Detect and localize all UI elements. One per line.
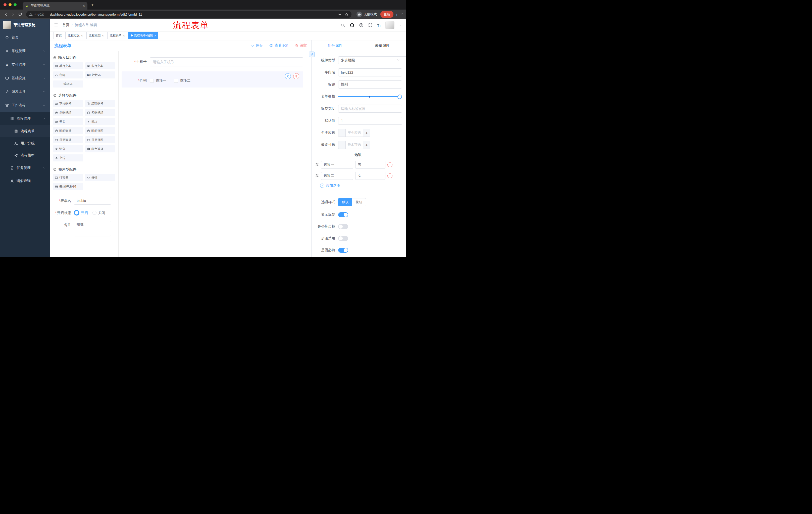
minus-button[interactable]: − [339, 141, 346, 148]
palette-item-select[interactable]: 下拉选择 [53, 100, 83, 107]
palette-item-time[interactable]: 时间选择 [53, 127, 83, 134]
plus-button[interactable]: + [363, 141, 370, 148]
clear-button[interactable]: 清空 [295, 43, 307, 48]
palette-item-date-range[interactable]: 日期范围 [85, 136, 115, 143]
palette-item-row-container[interactable]: 行容器 [53, 174, 83, 181]
required-switch[interactable] [338, 248, 348, 253]
close-icon[interactable]: × [154, 34, 156, 37]
maximize-window-button[interactable] [13, 3, 17, 6]
remove-option-icon[interactable]: − [387, 162, 393, 167]
palette-item-checkbox-group[interactable]: 多选框组 [85, 109, 115, 116]
search-icon[interactable] [341, 23, 345, 27]
palette-item-password[interactable]: 密码 [53, 72, 83, 78]
view-json-button[interactable]: 查看json [269, 43, 288, 48]
tag-process-model[interactable]: 流程模型 × [86, 32, 106, 39]
fullscreen-icon[interactable] [368, 23, 373, 27]
drag-handle-icon[interactable] [315, 162, 319, 167]
field-name-input[interactable] [338, 69, 402, 77]
palette-item-table[interactable]: 表格[开发中] [53, 183, 83, 190]
minus-button[interactable]: − [339, 129, 346, 137]
show-label-switch[interactable] [338, 212, 348, 217]
link-icon[interactable] [309, 52, 315, 57]
canvas-field-phone[interactable]: *手机号 [122, 55, 303, 69]
border-switch[interactable] [338, 224, 348, 229]
browser-tab[interactable]: 芋道管理系统 × [23, 2, 87, 9]
default-value-input[interactable] [338, 117, 402, 125]
close-window-button[interactable] [3, 3, 6, 6]
tag-home[interactable]: 首页 [54, 32, 64, 39]
breadcrumb-home[interactable]: 首页 [62, 23, 69, 27]
palette-item-upload[interactable]: 上传 [53, 154, 83, 161]
canvas-field-gender-selected[interactable]: *性别 选项一 选项二 [122, 72, 303, 87]
sidebar-item-leave-query[interactable]: 请假查询 [0, 174, 50, 188]
form-name-input[interactable] [74, 197, 111, 205]
caret-down-icon[interactable] [399, 24, 402, 27]
sidebar-item-payment[interactable]: ¥ 支付管理 [0, 58, 50, 72]
palette-item-time-range[interactable]: 时间范围 [85, 127, 115, 134]
min-select-value[interactable]: 至少应选 [346, 129, 363, 137]
font-size-icon[interactable]: TT [377, 23, 381, 27]
update-button[interactable]: 更新 [380, 11, 394, 18]
palette-item-counter[interactable]: 123计数器 [85, 72, 115, 78]
save-button[interactable]: 保存 [251, 43, 263, 48]
sidebar-item-user-group[interactable]: 用户分组 [0, 137, 50, 150]
add-option-button[interactable]: + 添加选项 [320, 183, 402, 188]
remove-option-icon[interactable]: − [387, 173, 393, 178]
form-remark-textarea[interactable]: 嘿嘿 [74, 221, 111, 236]
status-off-radio[interactable]: 关闭 [92, 209, 105, 217]
style-default-button[interactable]: 默认 [338, 198, 352, 206]
option1-name-input[interactable] [321, 161, 353, 169]
sidebar-item-workflow[interactable]: 工作流程 [0, 99, 50, 112]
label-width-input[interactable] [338, 105, 402, 113]
palette-item-cascade[interactable]: 级联选择 [85, 100, 115, 107]
browser-menu-icon[interactable]: ⋮ [395, 12, 399, 17]
tag-process-definition[interactable]: 流程定义 × [65, 32, 85, 39]
delete-field-button[interactable] [293, 73, 299, 79]
help-icon[interactable] [359, 23, 364, 27]
hamburger-icon[interactable] [54, 23, 58, 28]
sidebar-item-devtools[interactable]: 研发工具 [0, 85, 50, 99]
tag-process-form-edit[interactable]: 流程表单-编辑 × [128, 32, 158, 39]
copy-field-button[interactable] [285, 73, 291, 79]
close-icon[interactable]: × [102, 34, 104, 37]
tab-form-props[interactable]: 表单属性 [359, 40, 406, 51]
palette-item-switch[interactable]: 开关 [53, 118, 83, 125]
phone-input[interactable] [150, 57, 303, 66]
bookmark-star-icon[interactable] [345, 12, 348, 16]
palette-item-date[interactable]: 日期选择 [53, 136, 83, 143]
option2-name-input[interactable] [321, 172, 353, 180]
slider-handle[interactable] [398, 94, 402, 99]
password-key-icon[interactable] [338, 12, 341, 16]
new-tab-button[interactable]: + [91, 2, 94, 7]
sidebar-item-system[interactable]: 系统管理 [0, 44, 50, 58]
forward-button[interactable] [9, 11, 17, 18]
chevron-down-icon[interactable] [400, 12, 404, 16]
palette-item-rate[interactable]: 评分 [53, 145, 83, 153]
sidebar-item-infra[interactable]: 基础设施 [0, 72, 50, 85]
close-icon[interactable]: × [81, 34, 83, 37]
tab-close-icon[interactable]: × [83, 4, 85, 7]
status-on-radio[interactable]: 开启 [74, 209, 88, 217]
max-select-value[interactable]: 最多可选 [346, 141, 363, 148]
tab-component-props[interactable]: 组件属性 [312, 40, 359, 51]
palette-item-button[interactable]: 按钮 [85, 174, 115, 181]
gender-option1-checkbox[interactable]: 选项一 [150, 78, 166, 83]
palette-item-radio-group[interactable]: 单选框组 [53, 109, 83, 116]
user-avatar[interactable] [385, 21, 395, 29]
style-button-button[interactable]: 按钮 [352, 198, 366, 206]
drag-handle-icon[interactable] [315, 173, 319, 178]
plus-button[interactable]: + [363, 129, 370, 137]
palette-item-single-text[interactable]: 单行文本 [53, 62, 83, 70]
sidebar-item-process-form[interactable]: 流程表单 [0, 125, 50, 137]
title-input[interactable] [338, 80, 402, 88]
github-icon[interactable] [350, 23, 354, 28]
palette-item-multi-text[interactable]: 多行文本 [85, 62, 115, 70]
tag-process-form[interactable]: 流程表单 × [107, 32, 127, 39]
disabled-switch[interactable] [338, 236, 348, 241]
palette-item-editor[interactable]: 编辑器 [53, 80, 83, 87]
grid-slider[interactable] [338, 92, 402, 101]
sidebar-item-task-mgmt[interactable]: 任务管理 [0, 161, 50, 174]
sidebar-item-process-model[interactable]: 流程模型 [0, 150, 50, 161]
minimize-window-button[interactable] [8, 3, 11, 6]
close-icon[interactable]: × [123, 34, 125, 37]
